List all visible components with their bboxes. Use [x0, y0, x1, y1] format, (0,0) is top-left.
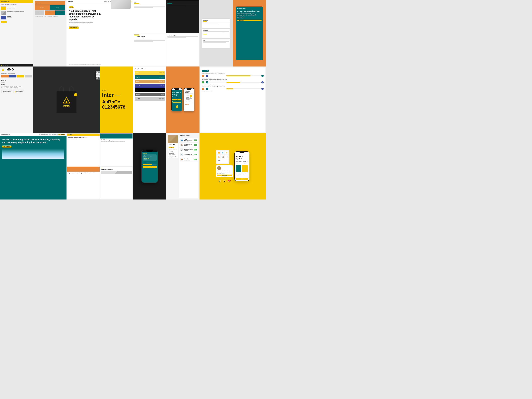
svg-point-6	[177, 107, 177, 108]
pi-text-1: Next generation real estate investment p…	[68, 139, 99, 139]
emoji-reactions: 😢 😮 😍	[216, 179, 233, 183]
card-logo-1: ∧∧	[134, 1, 165, 3]
tote-badge-text: ∧∧	[75, 94, 76, 95]
pi-logo-1: ∧∧ IMMO	[68, 134, 72, 135]
cl13-hero-image	[2, 149, 64, 159]
ap-q3: Would add-on service through the app rea…	[202, 86, 264, 87]
immo-mountain-icon	[1, 68, 5, 71]
pi-title-2: Portfolio Management	[101, 139, 132, 141]
card-item-1: ∧∧	[133, 0, 166, 33]
lp-cta-btn[interactable]: Get Approved	[69, 26, 79, 29]
contact-card: Wilhelmina Westenberger Working hours: M…	[216, 165, 233, 177]
p3-screen: ∧∧ IMMO Address 300-A Bürgermeister-Stei…	[142, 152, 158, 183]
homes-logo-label-2: IMMO HOMES	[16, 91, 23, 92]
homes-logo-2: IMMO HOMES	[13, 90, 24, 93]
iv-row-comms: 💬 Communication Issues MVP	[179, 147, 198, 152]
ps-logo-1: ∧∧	[172, 90, 174, 91]
ls-header: ∧∧ IMMO CAPITAL	[237, 8, 261, 9]
lp-logo: ∧∧ IMMO	[68, 1, 73, 2]
interview-layout: Ollie & Lilly Persona #1 Location: Hambu…	[168, 134, 198, 198]
ap-avatar-1: A	[202, 75, 204, 77]
pa-notch	[239, 152, 244, 153]
swatch-orange	[1, 75, 9, 77]
icons-panel: 📶 💧 ⚡ 🔥 🪟 ••• Heating	[216, 150, 229, 164]
interview-insights-cell: Ollie & Lilly Persona #1 Location: Hambu…	[166, 133, 200, 200]
persona-social: Social Status: Upper Middle Class	[168, 155, 178, 158]
homes-logo-label-1: IMMO HOMES	[5, 91, 11, 92]
ap-line-3	[209, 89, 226, 89]
cs-header: Customersupport	[184, 90, 193, 94]
card-item-3: ∧∧ IMMO Capital	[133, 33, 166, 66]
pa-back: ←	[236, 154, 248, 155]
ap-avatar-3: SL	[261, 75, 264, 77]
pi-title-4: Welcome to IMMOLab	[101, 169, 132, 170]
cl13-cta[interactable]: Get Approved	[58, 134, 65, 135]
bc-hex-black: #000000	[160, 90, 164, 91]
persona-location: Location: Hamburg, DE	[168, 148, 178, 151]
svg-marker-0	[2, 68, 4, 71]
card-title-4: ∧∧ IMMO Capital	[167, 34, 198, 36]
homes-logos-block: IMMO HOMES IMMO HOMES	[1, 90, 32, 93]
swatch-yellow	[17, 75, 24, 77]
news-thumb-1	[1, 6, 6, 10]
tote-logo-icon	[62, 97, 71, 104]
pa-btn-row: Make a transfer	[236, 178, 248, 180]
print-item-1: ∧∧ IMMO Unlocking value through machines…	[67, 133, 100, 166]
nav-item-1: Our Solution	[104, 1, 109, 2]
tf-sample: AaBbCc012345678	[102, 99, 131, 110]
ap-slider-1[interactable]	[226, 75, 261, 76]
p3-transfer-btn[interactable]: Make a transfer	[143, 166, 157, 168]
dp-logo-3: ∧∧∧	[203, 40, 229, 41]
arrears-cell: 📶 💧 ⚡ 🔥 🪟 ••• Heating Wilhelmina Westenb…	[200, 133, 266, 200]
homes-mountain-icon-2	[14, 91, 16, 93]
ps-signup-btn[interactable]: Sign Up	[172, 99, 181, 101]
mobile-app-cell: ∧∧ Rent, Manage and Love your Home Welco…	[166, 66, 200, 133]
pa-transfer-btn[interactable]: Make a transfer	[236, 178, 248, 180]
p3-price: $1,385.20	[144, 158, 156, 159]
cc-send-btn[interactable]: Send Message	[217, 175, 232, 176]
extended-palette-label: Extended Colour Palette	[1, 73, 32, 74]
pa-amount-3: $400.00	[243, 161, 248, 162]
black-label: Black	[1, 79, 32, 81]
cl13-nav: Our Solution Resources About Us Contact …	[39, 134, 65, 135]
ap-q1: What influences the behavior more: Price…	[202, 73, 264, 74]
bc-hex-graycc: #CCCCCC	[159, 98, 164, 99]
bc-row-blue: Royal Blueberry #3C46A0	[135, 84, 165, 88]
interview-insights-block: Interview Insights 💶 Costs Transparency …	[179, 134, 198, 198]
brand-colors-cell: New Brand Colors Yellow #FFDB43 Deep Tea…	[133, 66, 166, 133]
pi-logo-teal: ∧∧	[100, 133, 133, 136]
ap-slider-fill-3	[226, 88, 233, 89]
tote-bag-cell: ∧∧ IMMO ∧∧ IMMO World Economic ForumTech…	[33, 66, 100, 133]
iv-label-breaks: Breaks Report	[184, 154, 193, 155]
news-item-sub: Latest updates • 2 min read	[7, 8, 32, 9]
ps-login-btn[interactable]: Login	[172, 101, 181, 103]
p3-energy-fill	[143, 164, 152, 165]
cl13-logo: ∧∧ IMMOCAPITAL	[1, 134, 10, 135]
ii-title: Interview Insights	[179, 134, 198, 137]
news-item-1: News from the IMMOLab Latest updates • 2…	[0, 6, 33, 11]
ls-cta[interactable]: Get Approved	[237, 20, 261, 21]
bc-name-blue: Royal Blueberry	[136, 85, 143, 86]
immo-capital-logo: ∧∧ IMMO Capital	[134, 36, 165, 38]
ap-flow-2: C → SL JG	[202, 81, 264, 83]
icon-windows: 🪟	[221, 155, 224, 159]
ap-slider-2[interactable]	[226, 82, 261, 83]
lp-hero: ▶ 33 Next-gen residential real estate po…	[66, 3, 133, 64]
ps-title-1: Rent, Manage and Love your Home	[172, 92, 181, 97]
ap-avatar-8: SL	[206, 88, 208, 90]
heating-label: Heating	[218, 160, 228, 161]
typeface-sample-small: AaBbCcDdEeFfGg,HhIiJjKk,LlMmNnOoPpQqRr,S…	[1, 86, 32, 88]
print-editorial-cell: ∧∧ IMMO Unlocking value through machines…	[66, 133, 133, 200]
lp-footer: Our strategic platform spans the Single …	[66, 64, 133, 66]
ap-slider-3[interactable]	[226, 88, 261, 89]
phone-screen-2: Customersupport Got an emergency? Call u…	[184, 90, 194, 111]
news-thumb-2	[1, 11, 6, 15]
read-more-btn[interactable]: Read more...	[1, 21, 7, 23]
icon-water: 💧	[221, 151, 224, 154]
doc-page-2: ∧∧ IMMO	[202, 29, 230, 38]
bc-hex-teal: #006E6E	[159, 77, 164, 78]
pi-body-2: Portfolio Management Next-gen residentia…	[100, 139, 133, 143]
immo-logo-block: IMMO	[1, 68, 32, 71]
phone-notch-1	[174, 89, 179, 90]
cl13-cta-btn[interactable]: Get Approved	[2, 146, 12, 147]
